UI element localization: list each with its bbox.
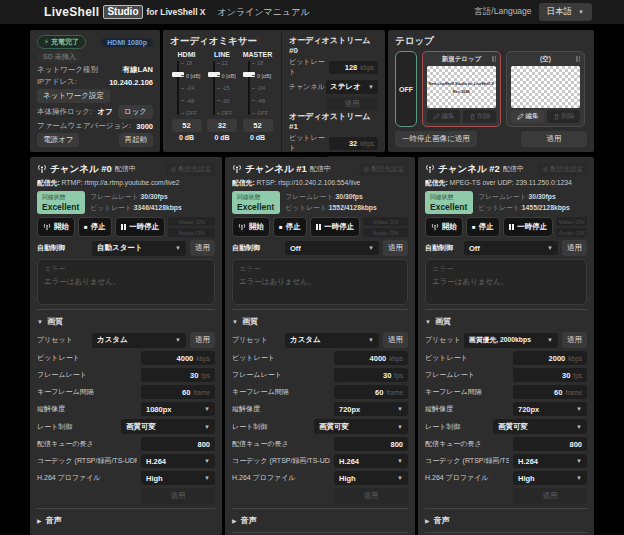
apply-button[interactable]: 適用 [190, 240, 215, 256]
framerate-input[interactable]: 30fps [141, 368, 215, 382]
audio-on-button[interactable]: Audio ON [556, 228, 587, 237]
pause-button[interactable]: 一時停止 [503, 217, 554, 237]
audio-on-button[interactable]: Audio ON [168, 228, 215, 237]
edit-button[interactable]: 編集 [511, 110, 544, 123]
volume-slider[interactable]: 18 0 [dB] -24 -48 OFF [170, 60, 203, 116]
section-quality[interactable]: ▼ 画質 [37, 314, 215, 329]
stop-button[interactable]: ■ 停止 [273, 217, 307, 237]
start-button[interactable]: 開始 [37, 217, 75, 237]
section-quality[interactable]: ▼ 画質 [232, 314, 408, 329]
preset-select[interactable]: カスタム ▼ [92, 333, 186, 348]
video-on-button[interactable]: Video ON [363, 217, 408, 226]
framerate-input[interactable]: 30fps [334, 368, 408, 382]
resolution-select[interactable]: 1080px▼ [141, 402, 215, 416]
drag-handle-icon[interactable] [576, 56, 580, 62]
rate-control-select[interactable]: 画質可変▼ [493, 419, 587, 434]
framerate-input[interactable]: 30fps [513, 368, 587, 382]
auto-control-select[interactable]: Off ▼ [464, 241, 558, 255]
bitrate-input[interactable]: 4000kbps [141, 351, 215, 365]
volume-slider[interactable]: 12 0 [dB] -15 -30 OFF [206, 60, 239, 116]
telop-card-selected[interactable]: 新規テロップ New LiveShell Studio for LiveShel… [422, 51, 501, 127]
bitrate-input[interactable]: 4000kbps [334, 351, 408, 365]
telop-apply-button[interactable]: 適用 [521, 131, 587, 147]
pause-button[interactable]: 一時停止 [115, 217, 166, 237]
power-off-button[interactable]: 電源オフ [37, 133, 79, 147]
section-audio[interactable]: ▶ 音声 [425, 513, 587, 528]
apply-button[interactable]: 適用 [562, 332, 587, 348]
resolution-select[interactable]: 720px▼ [334, 402, 408, 416]
telop-off-button[interactable]: OFF [395, 51, 417, 127]
codec-select[interactable]: H.264▼ [513, 454, 587, 468]
preset-select[interactable]: 画質優先, 2000kbps ▼ [464, 333, 558, 348]
resolution-select[interactable]: 720px▼ [513, 402, 587, 416]
pause-icon [121, 224, 127, 230]
apply-button[interactable]: 適用 [383, 240, 408, 256]
profile-select[interactable]: High▼ [141, 471, 215, 485]
auto-control-select[interactable]: 自動スタート ▼ [92, 241, 186, 256]
bitrate-input[interactable]: 128 kbps [329, 61, 378, 74]
apply-button[interactable]: 適用 [190, 332, 215, 348]
brand-liveshell: LiveShell [44, 5, 99, 19]
broadcast-icon [43, 223, 51, 231]
telop-thumbnail[interactable] [511, 66, 580, 108]
volume-value-button[interactable]: 32 [207, 119, 237, 132]
apply-button[interactable]: 適用 [513, 488, 587, 504]
telop-thumbnail[interactable]: New LiveShell Studio for LiveShell X Rev… [427, 66, 496, 108]
bitrate-input[interactable]: 32 kbps [329, 137, 378, 150]
video-on-button[interactable]: Video ON [556, 217, 587, 226]
gear-icon [363, 166, 370, 173]
reboot-button[interactable]: 再起動 [119, 133, 154, 147]
bitrate-input[interactable]: 2000kbps [513, 351, 587, 365]
preset-select[interactable]: カスタム ▼ [285, 333, 379, 348]
apply-button[interactable]: 適用 [562, 240, 587, 256]
queue-length-input[interactable]: 800 [334, 437, 408, 451]
drag-handle-icon[interactable] [492, 56, 496, 62]
volume-value-button[interactable]: 52 [172, 119, 202, 132]
codec-select[interactable]: H.264▼ [334, 454, 408, 468]
chevron-down-icon: ▼ [576, 475, 582, 481]
video-on-button[interactable]: Video ON [168, 217, 215, 226]
keyframe-input[interactable]: 60frame [334, 385, 408, 399]
lock-button[interactable]: ロック [118, 105, 153, 119]
profile-select[interactable]: High▼ [513, 471, 587, 485]
queue-length-input[interactable]: 800 [141, 437, 215, 451]
apply-button[interactable]: 適用 [326, 97, 378, 111]
profile-select[interactable]: High▼ [334, 471, 408, 485]
destination-settings-button[interactable]: 配信先設定 [166, 163, 216, 176]
queue-length-input[interactable]: 800 [513, 437, 587, 451]
keyframe-input[interactable]: 60frame [141, 385, 215, 399]
keyframe-input[interactable]: 60frame [513, 385, 587, 399]
apply-button[interactable]: 適用 [141, 488, 215, 504]
delete-button[interactable]: 削除 [547, 110, 580, 123]
apply-button[interactable]: 適用 [383, 332, 408, 348]
volume-value-button[interactable]: 52 [243, 119, 273, 132]
start-button[interactable]: 開始 [232, 217, 270, 237]
rate-control-select[interactable]: 画質可変▼ [121, 419, 215, 434]
channel-title: チャンネル #1 [245, 163, 307, 176]
audio-on-button[interactable]: Audio ON [363, 228, 408, 237]
edit-button[interactable]: 編集 [427, 110, 460, 123]
section-audio[interactable]: ▶ 音声 [232, 513, 408, 528]
status-row: ⚡ 充電完了 HDMI 1080p SD 未挿入 ネットワーク種別 有線LAN … [30, 30, 594, 152]
section-audio[interactable]: ▶ 音声 [37, 513, 215, 528]
destination-settings-button[interactable]: 配信先設定 [538, 163, 588, 176]
delete-button[interactable]: 削除 [463, 110, 496, 123]
channel-1-panel: チャンネル #1 配信中 配信先設定 配信先: RTSP: rtsp://10.… [225, 157, 415, 535]
apply-to-pause-image-button[interactable]: 一時停止画像に適用 [395, 131, 477, 147]
pause-button[interactable]: 一時停止 [310, 217, 361, 237]
apply-button[interactable]: 適用 [334, 488, 408, 504]
stop-button[interactable]: ■ 停止 [78, 217, 112, 237]
network-settings-button[interactable]: ネットワーク設定 [37, 89, 110, 103]
section-quality[interactable]: ▼ 画質 [425, 314, 587, 329]
language-select[interactable]: 日本語 ▼ [539, 3, 592, 21]
codec-select[interactable]: H.264▼ [141, 454, 215, 468]
start-button[interactable]: 開始 [425, 217, 463, 237]
auto-control-select[interactable]: Off ▼ [285, 241, 379, 255]
volume-slider[interactable]: 18 0 [dB] -24 -48 OFF [241, 60, 274, 116]
channel-mode-select[interactable]: ステレオ ▼ [326, 80, 378, 94]
stop-button[interactable]: ■ 停止 [466, 217, 500, 237]
rate-control-select[interactable]: 画質可変▼ [314, 419, 408, 434]
destination-settings-button[interactable]: 配信先設定 [359, 163, 409, 176]
online-manual-link[interactable]: オンラインマニュアル [218, 6, 310, 19]
telop-card-empty[interactable]: (空) 編集 削除 [506, 51, 585, 127]
